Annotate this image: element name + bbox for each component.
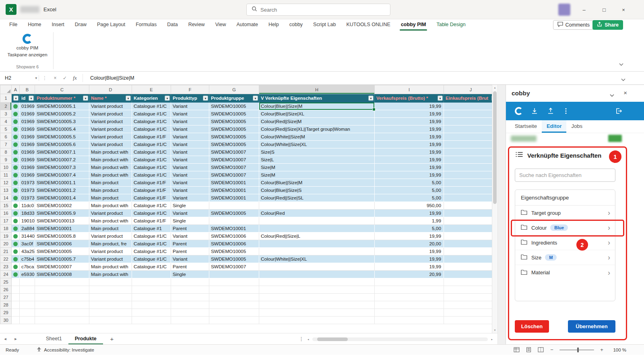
cell-C14[interactable]: SWDEMO10001.4 — [35, 194, 89, 202]
cell-H10[interactable]: Size|M — [259, 164, 375, 171]
cell-I15[interactable]: 950,00 — [375, 202, 444, 210]
cell-B7[interactable]: 01969 — [20, 141, 35, 148]
filter-icon[interactable]: ▾ — [438, 96, 443, 101]
cell-A18[interactable] — [12, 225, 20, 232]
cell-H6[interactable]: Colour|White||Size|M — [259, 133, 375, 141]
row-header-17[interactable]: 17 — [0, 217, 12, 225]
cell-C5[interactable]: SWDEMO10005.4 — [35, 125, 89, 133]
cell-D11[interactable]: Main product with — [89, 171, 132, 179]
column-header-A[interactable]: A — [12, 85, 20, 94]
cell-E28[interactable] — [132, 301, 171, 309]
ribbon-tab-data[interactable]: Data — [162, 19, 183, 31]
cell-J21[interactable] — [444, 248, 498, 255]
cell-G29[interactable] — [209, 309, 259, 317]
cell-F7[interactable]: Variant — [171, 141, 209, 148]
apply-button[interactable]: Übernehmen — [568, 320, 615, 333]
cell-J16[interactable] — [444, 210, 498, 217]
cell-F15[interactable]: Single — [171, 202, 209, 210]
cell-D17[interactable]: Main product with — [89, 217, 132, 225]
cell-E24[interactable] — [132, 271, 171, 278]
vertical-scrollbar-thumb[interactable] — [493, 91, 497, 204]
cell-E4[interactable]: Catalogue #1/C — [132, 118, 171, 125]
property-search-input[interactable] — [519, 172, 611, 178]
cell-H2[interactable]: Colour|Blue||Size|M — [259, 103, 375, 110]
column-header-B[interactable]: B — [20, 85, 35, 94]
cell-G11[interactable]: SWDEMO10007 — [209, 171, 259, 179]
cell-D16[interactable]: Variant product — [89, 210, 132, 217]
cell-A29[interactable] — [12, 309, 20, 317]
cell-E16[interactable]: Catalogue #1/C — [132, 210, 171, 217]
cell-J4[interactable] — [444, 118, 498, 125]
row-header-27[interactable]: 27 — [0, 294, 12, 301]
cell-B14[interactable]: 01973 — [20, 194, 35, 202]
cell-D15[interactable]: Main product with — [89, 202, 132, 210]
pane-splitter[interactable] — [497, 85, 506, 344]
cell-C28[interactable] — [35, 301, 89, 309]
cell-F4[interactable]: Variant — [171, 118, 209, 125]
select-all-corner[interactable] — [0, 85, 12, 94]
cell-E22[interactable]: Catalogue #1/C — [132, 255, 171, 263]
cell-D24[interactable]: Main product with — [89, 271, 132, 278]
cell-I16[interactable]: 19,99 — [375, 210, 444, 217]
formula-input[interactable]: Colour|Blue||Size|M — [90, 75, 134, 81]
cell-G21[interactable]: SWDEMO10005 — [209, 248, 259, 255]
row-header-10[interactable]: 10 — [0, 164, 12, 171]
property-item-target-group[interactable]: Target group› — [515, 206, 615, 220]
column-header-E[interactable]: E — [132, 85, 171, 94]
cell-I9[interactable]: 19,99 — [375, 156, 444, 164]
row-header-13[interactable]: 13 — [0, 187, 12, 194]
cell-H26[interactable] — [259, 286, 375, 294]
cell-C18[interactable]: SWDEMO10001 — [35, 225, 89, 232]
cell-D22[interactable]: Variant product — [89, 255, 132, 263]
property-item-material[interactable]: Material› — [515, 265, 615, 280]
cell-G24[interactable] — [209, 271, 259, 278]
cell-G15[interactable] — [209, 202, 259, 210]
ribbon-tab-cobby-pim[interactable]: cobby PIM — [396, 19, 431, 31]
cell-I4[interactable]: 19,99 — [375, 118, 444, 125]
cell-E2[interactable]: Catalogue #1/C — [132, 103, 171, 110]
cell-D25[interactable] — [89, 278, 132, 286]
cell-F16[interactable]: Variant — [171, 210, 209, 217]
cell-H18[interactable] — [259, 225, 375, 232]
cell-I30[interactable] — [375, 317, 444, 324]
table-header-B[interactable]: id▾ — [20, 94, 35, 103]
cell-A2[interactable] — [12, 103, 20, 110]
cell-E30[interactable] — [132, 317, 171, 324]
cell-A6[interactable] — [12, 133, 20, 141]
cell-F18[interactable]: Parent — [171, 225, 209, 232]
cell-A14[interactable] — [12, 194, 20, 202]
cell-G8[interactable]: SWDEMO10007 — [209, 148, 259, 156]
cell-I3[interactable]: 19,99 — [375, 110, 444, 118]
cell-C16[interactable]: SWDEMO10005.9 — [35, 210, 89, 217]
normal-view-icon[interactable] — [513, 347, 520, 353]
cell-J25[interactable] — [444, 278, 498, 286]
cell-B28[interactable] — [20, 301, 35, 309]
row-header-8[interactable]: 8 — [0, 148, 12, 156]
cell-H28[interactable] — [259, 301, 375, 309]
cell-A22[interactable] — [12, 255, 20, 263]
cell-B11[interactable]: 01969 — [20, 171, 35, 179]
cell-A21[interactable] — [12, 248, 20, 255]
cell-A10[interactable] — [12, 164, 20, 171]
cell-D26[interactable] — [89, 286, 132, 294]
cell-J6[interactable] — [444, 133, 498, 141]
cell-D30[interactable] — [89, 317, 132, 324]
ribbon-tab-page-layout[interactable]: Page Layout — [92, 19, 130, 31]
taskpane-collapse-chevron-icon[interactable] — [610, 91, 614, 99]
scroll-up-icon[interactable]: ▴ — [492, 85, 497, 90]
cell-C25[interactable] — [35, 278, 89, 286]
cell-C8[interactable]: SWDEMO10007.1 — [35, 148, 89, 156]
table-header-J[interactable]: Einkaufspreis (Brut▾ — [444, 94, 498, 103]
cell-I18[interactable]: 5,00 — [375, 225, 444, 232]
cell-C10[interactable]: SWDEMO10007.3 — [35, 164, 89, 171]
cell-J17[interactable] — [444, 217, 498, 225]
cell-D9[interactable]: Main product with — [89, 156, 132, 164]
row-header-5[interactable]: 5 — [0, 125, 12, 133]
cell-J23[interactable] — [444, 263, 498, 271]
property-item-colour[interactable]: ColourBlue› — [515, 220, 615, 235]
cell-H17[interactable] — [259, 217, 375, 225]
cell-H5[interactable]: Colour|Red||Size|XL||Target group|Woman — [259, 125, 375, 133]
cell-G6[interactable]: SWDEMO10005 — [209, 133, 259, 141]
cell-C21[interactable]: SWDEMO10005 — [35, 248, 89, 255]
cell-F23[interactable]: Parent — [171, 263, 209, 271]
